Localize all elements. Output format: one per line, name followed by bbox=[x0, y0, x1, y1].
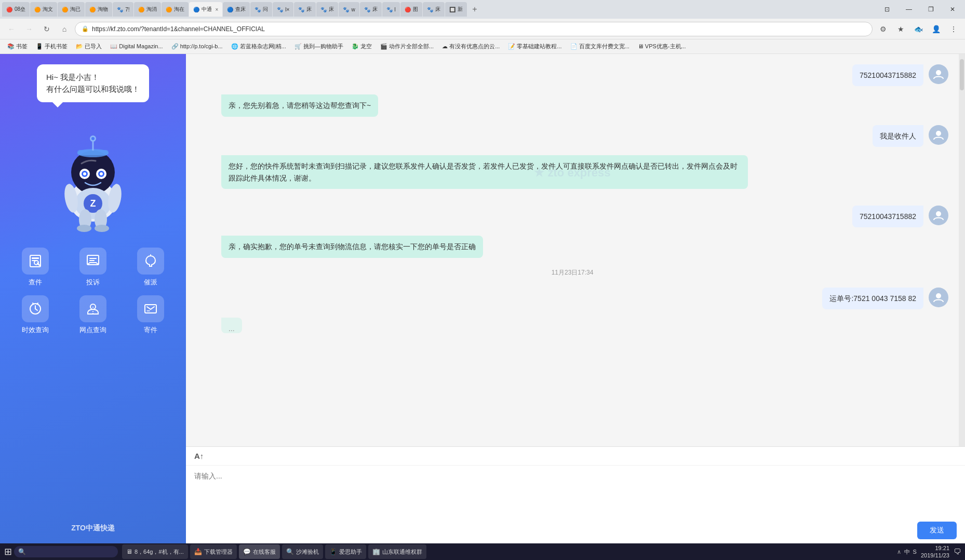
taskbar-search-icon: 🔍 bbox=[18, 548, 26, 555]
taskbar-apps: 🖥 8，64g，#机，有... 📥 下载管理器 💬 在线客服 🔍 沙滩验机 📱 … bbox=[122, 544, 895, 559]
tab-16[interactable]: 🐾 l bbox=[382, 2, 400, 17]
input-bottom: 发送 bbox=[186, 517, 965, 543]
bookmark-longkong[interactable]: 🐉 龙空 bbox=[349, 42, 375, 51]
start-button[interactable]: ⊞ bbox=[4, 546, 12, 557]
bookmark-imported[interactable]: 📂 已导入 bbox=[73, 42, 105, 51]
bookmark-ruolan[interactable]: 🌐 若蓝格杂志网|精... bbox=[228, 42, 289, 51]
bookmark-discount[interactable]: ☁ 有没有优惠点的云... bbox=[439, 42, 503, 51]
bookmark-tutorial[interactable]: 📝 零基础建站教程... bbox=[505, 42, 565, 51]
forward-button[interactable]: → bbox=[22, 22, 36, 36]
sidebar-btn-outlet[interactable]: 网点查询 bbox=[68, 295, 117, 335]
refresh-button[interactable]: ↻ bbox=[39, 22, 54, 36]
tab-13[interactable]: 🐾 床 bbox=[316, 2, 338, 17]
tab-17[interactable]: 🔴 图 bbox=[400, 2, 422, 17]
message-bubble-1: 75210043715882 bbox=[852, 64, 923, 86]
sidebar-btn-send[interactable]: 寄件 bbox=[126, 295, 176, 335]
tab-4[interactable]: 🟠 淘物 bbox=[85, 2, 112, 17]
tab-1[interactable]: 🔴 08垒 bbox=[2, 2, 30, 17]
outlet-label: 网点查询 bbox=[79, 325, 106, 335]
message-row-3: 我是收件人 bbox=[196, 125, 948, 147]
window-minimize-button[interactable]: — bbox=[899, 2, 919, 17]
sidebar-btn-complaint[interactable]: 投诉 bbox=[68, 248, 117, 287]
systray-s[interactable]: S bbox=[913, 549, 917, 555]
message-bubble-8: ... bbox=[221, 318, 242, 333]
chat-scrollbar-thumb[interactable] bbox=[960, 59, 964, 90]
tab-11[interactable]: 🐾 l× bbox=[273, 2, 293, 17]
translate-icon[interactable]: ⚙ bbox=[876, 22, 890, 36]
message-bubble-6: 亲，确实抱歉，您的单号未查询到物流信息，请您核实一下您的单号是否正确 bbox=[221, 236, 483, 257]
taskbar-app-shandong[interactable]: 🏢 山东联通维权群 bbox=[368, 544, 426, 559]
tab-18[interactable]: 🐾 床 bbox=[423, 2, 445, 17]
svg-text:Z: Z bbox=[90, 198, 96, 209]
bookmark-shopping[interactable]: 🛒 挑到—购物助手 bbox=[291, 42, 346, 51]
chat-scroll-wrapper: 75210043715882 亲，您先别着急，请您稍等这边帮您查询下~ 我是收件… bbox=[186, 54, 965, 446]
font-size-button[interactable]: A↑ bbox=[192, 449, 206, 462]
message-input[interactable] bbox=[186, 466, 965, 517]
timeliness-icon bbox=[22, 295, 49, 322]
svg-point-6 bbox=[91, 137, 95, 140]
window-controls: ⊡ — ❐ ✕ bbox=[877, 2, 963, 17]
message-row-5: 75210043715882 bbox=[196, 206, 948, 227]
window-restore-button[interactable]: ⊡ bbox=[877, 2, 897, 17]
svg-line-33 bbox=[35, 309, 37, 310]
bookmark-pto[interactable]: 🔗 http://p.to/cgi-b... bbox=[168, 42, 226, 51]
taskbar-app-aisiyou[interactable]: 📱 爱思助手 bbox=[325, 544, 366, 559]
svg-point-20 bbox=[77, 225, 91, 232]
chat-scrollbar[interactable] bbox=[959, 54, 965, 446]
taskbar-notification[interactable]: 🗨 bbox=[954, 548, 961, 556]
bookmark-vps[interactable]: 🖥 VPS优惠-主机... bbox=[635, 42, 689, 51]
tab-10[interactable]: 🐾 问 bbox=[250, 2, 272, 17]
sidebar-btn-urge[interactable]: 催派 bbox=[126, 248, 176, 287]
bookmark-digital[interactable]: 📖 Digital Magazin... bbox=[107, 42, 166, 51]
secure-icon: 🔒 bbox=[82, 25, 89, 32]
toolbar-icons: ⚙ ★ 🐟 👤 ⋮ bbox=[876, 22, 961, 36]
bookmark-action[interactable]: 🎬 动作片全部全部... bbox=[377, 42, 437, 51]
tab-6[interactable]: 🟠 淘消 bbox=[134, 2, 161, 17]
window-close-button[interactable]: ✕ bbox=[942, 2, 963, 17]
greeting-text: Hi~ 我是小吉！ 有什么问题可以和我说哦！ bbox=[46, 72, 140, 95]
svg-point-9 bbox=[83, 172, 86, 175]
taskbar-right: ∧ 中 S 19:21 2019/11/23 🗨 bbox=[897, 544, 961, 559]
taskbar: ⊞ 🔍 🖥 8，64g，#机，有... 📥 下载管理器 💬 在线客服 🔍 沙滩验… bbox=[0, 543, 965, 560]
account-icon[interactable]: 👤 bbox=[929, 22, 943, 36]
taskbar-app-downloader[interactable]: 📥 下载管理器 bbox=[190, 544, 237, 559]
url-input[interactable]: 🔒 https://kf.zto.com/?tenantId=1&channel… bbox=[75, 22, 873, 36]
window-maximize-button[interactable]: ❐ bbox=[920, 2, 941, 17]
tab-14[interactable]: 🐾 w bbox=[339, 2, 359, 17]
tab-19[interactable]: 🔲 新 bbox=[445, 2, 467, 17]
taskbar-app-sandbox[interactable]: 🔍 沙滩验机 bbox=[282, 544, 323, 559]
systray-arrow[interactable]: ∧ bbox=[897, 549, 901, 555]
taskbar-search[interactable]: 🔍 bbox=[14, 546, 118, 557]
message-row-1: 75210043715882 bbox=[196, 64, 948, 86]
message-row-7: 运单号:7521 0043 7158 82 bbox=[196, 288, 948, 309]
urge-icon bbox=[137, 248, 164, 275]
bookmark-mobile[interactable]: 📱 手机书签 bbox=[33, 42, 71, 51]
tab-bar[interactable]: 🔴 08垒 🟠 淘文 🟠 淘已 🟠 淘物 🐾 7! 🟠 淘消 🟠 淘在 🔵 中通… bbox=[0, 0, 965, 19]
bookmark-icon[interactable]: ★ bbox=[893, 22, 908, 36]
tab-5[interactable]: 🐾 7! bbox=[113, 2, 133, 17]
tab-2[interactable]: 🟠 淘文 bbox=[30, 2, 57, 17]
sidebar-btn-query[interactable]: 查件 bbox=[10, 248, 60, 287]
new-tab-button[interactable]: + bbox=[467, 2, 482, 17]
taskbar-app-desktop[interactable]: 🖥 8，64g，#机，有... bbox=[122, 544, 188, 559]
tab-3[interactable]: 🟠 淘已 bbox=[58, 2, 85, 17]
back-button[interactable]: ← bbox=[4, 22, 19, 36]
extensions-icon[interactable]: 🐟 bbox=[911, 22, 926, 36]
tab-8-active[interactable]: 🔵 中通 × bbox=[189, 2, 222, 17]
home-button[interactable]: ⌂ bbox=[57, 22, 72, 36]
taskbar-app-service[interactable]: 💬 在线客服 bbox=[239, 544, 280, 559]
send-button[interactable]: 发送 bbox=[917, 522, 957, 539]
taskbar-time: 19:21 2019/11/23 bbox=[921, 544, 949, 559]
greeting-bubble: Hi~ 我是小吉！ 有什么问题可以和我说哦！ bbox=[37, 64, 149, 102]
tab-12[interactable]: 🐾 床 bbox=[294, 2, 316, 17]
systray-cn[interactable]: 中 bbox=[904, 548, 910, 556]
chat-messages: 75210043715882 亲，您先别着急，请您稍等这边帮您查询下~ 我是收件… bbox=[186, 54, 959, 446]
tab-7[interactable]: 🟠 淘在 bbox=[162, 2, 189, 17]
bookmark-baidu[interactable]: 📄 百度文库付费文宽... bbox=[567, 42, 633, 51]
tab-9[interactable]: 🔵 查床 bbox=[223, 2, 250, 17]
message-row-6: 亲，确实抱歉，您的单号未查询到物流信息，请您核实一下您的单号是否正确 bbox=[196, 236, 948, 257]
bookmark-shujian[interactable]: 📚 书签 bbox=[4, 42, 31, 51]
sidebar-btn-timeliness[interactable]: 时效查询 bbox=[10, 295, 60, 335]
tab-15[interactable]: 🐾 床 bbox=[360, 2, 382, 17]
more-btn[interactable]: ⋮ bbox=[946, 22, 961, 36]
